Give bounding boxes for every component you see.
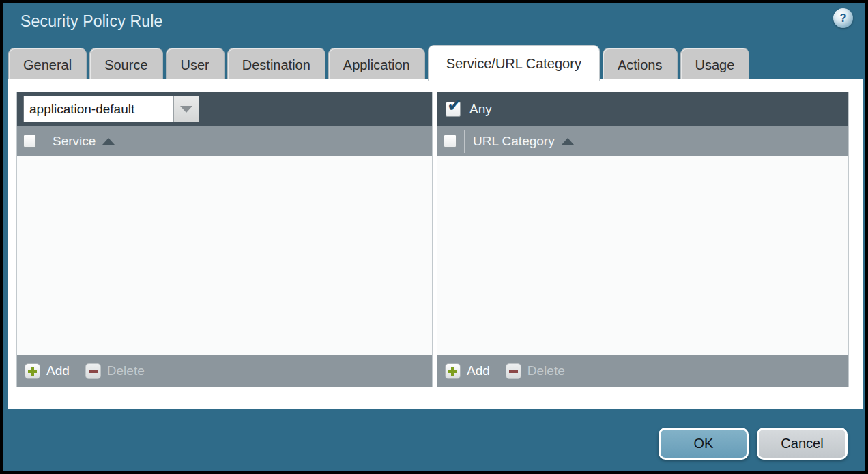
url-column-header-row: URL Category bbox=[437, 126, 848, 156]
tab-application[interactable]: Application bbox=[328, 48, 425, 81]
column-divider bbox=[44, 130, 44, 153]
tab-service-url-category[interactable]: Service/URL Category bbox=[428, 45, 600, 81]
service-delete-icon[interactable] bbox=[85, 363, 101, 379]
column-divider bbox=[464, 130, 465, 153]
url-panel-footer: Add Delete bbox=[437, 355, 848, 387]
url-column-header[interactable]: URL Category bbox=[473, 134, 555, 149]
service-dropdown-button[interactable] bbox=[173, 96, 199, 122]
tab-general[interactable]: General bbox=[8, 48, 87, 81]
url-category-panel: ✔ Any URL Category Add Delete bbox=[437, 92, 849, 387]
service-panel-footer: Add Delete bbox=[17, 355, 432, 387]
tab-actions[interactable]: Actions bbox=[603, 48, 678, 81]
window-title: Security Policy Rule bbox=[20, 12, 163, 31]
any-row: ✔ Any bbox=[444, 102, 492, 117]
tab-usage[interactable]: Usage bbox=[680, 48, 750, 81]
service-panel: Service Add Delete bbox=[16, 92, 433, 387]
ok-button[interactable]: OK bbox=[659, 428, 749, 460]
url-panel-toolbar: ✔ Any bbox=[437, 92, 848, 126]
cancel-button[interactable]: Cancel bbox=[757, 428, 848, 460]
tab-user[interactable]: User bbox=[166, 48, 225, 81]
question-mark-glyph: ? bbox=[839, 12, 846, 24]
service-table-body[interactable] bbox=[17, 156, 432, 355]
service-add-button[interactable]: Add bbox=[46, 363, 70, 378]
service-dropdown bbox=[23, 96, 199, 122]
tab-source[interactable]: Source bbox=[89, 48, 162, 81]
service-dropdown-input[interactable] bbox=[24, 96, 173, 122]
tab-content-service-url-category: Service Add Delete ✔ Any bbox=[8, 79, 863, 409]
service-delete-button[interactable]: Delete bbox=[107, 363, 145, 378]
sort-ascending-icon[interactable] bbox=[102, 138, 115, 145]
service-select-all-checkbox[interactable] bbox=[23, 135, 36, 148]
service-panel-toolbar bbox=[17, 92, 432, 126]
url-add-button[interactable]: Add bbox=[467, 363, 490, 378]
any-label: Any bbox=[469, 102, 492, 117]
service-column-header-row: Service bbox=[17, 126, 432, 156]
service-column-header[interactable]: Service bbox=[53, 134, 96, 149]
url-table-body[interactable] bbox=[437, 156, 848, 355]
url-select-all-checkbox[interactable] bbox=[444, 135, 457, 148]
tabs-row: GeneralSourceUserDestinationApplicationS… bbox=[8, 45, 749, 81]
url-delete-button[interactable]: Delete bbox=[527, 363, 565, 378]
help-icon[interactable]: ? bbox=[833, 8, 853, 28]
sort-ascending-icon[interactable] bbox=[562, 138, 574, 145]
chevron-down-icon bbox=[180, 106, 192, 113]
service-add-icon[interactable] bbox=[25, 363, 40, 379]
security-policy-rule-dialog: Security Policy Rule ? GeneralSourceUser… bbox=[0, 0, 868, 474]
tab-destination[interactable]: Destination bbox=[227, 48, 326, 81]
checkmark-icon: ✔ bbox=[447, 96, 462, 114]
url-add-icon[interactable] bbox=[445, 363, 461, 379]
any-checkbox[interactable]: ✔ bbox=[446, 102, 461, 117]
url-delete-icon[interactable] bbox=[506, 363, 521, 379]
